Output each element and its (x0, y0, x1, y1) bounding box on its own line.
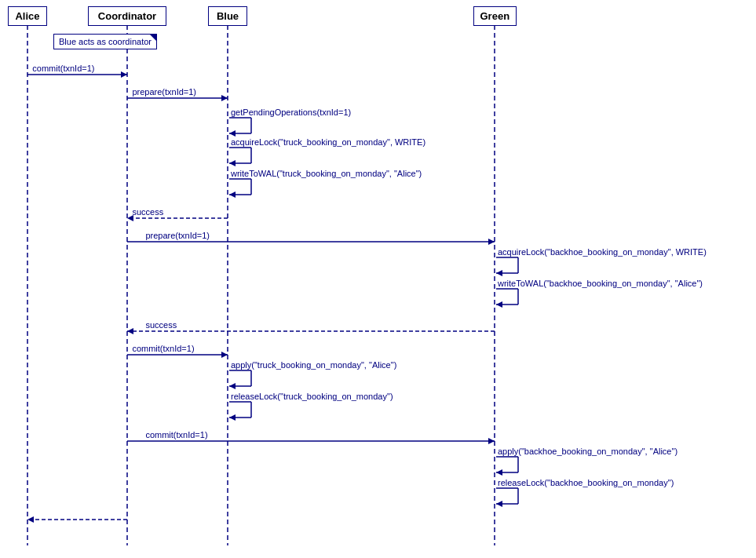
msg-label: writeToWAL("backhoe_booking_on_monday", … (498, 279, 703, 288)
svg-marker-45 (488, 438, 495, 444)
svg-marker-53 (496, 501, 502, 507)
msg-label: releaseLock("backhoe_booking_on_monday") (498, 478, 674, 487)
actor-box-green: Green (473, 6, 517, 26)
msg-label: success (132, 207, 163, 217)
msg-label: prepare(txnId=1) (145, 231, 210, 240)
msg-label: prepare(txnId=1) (132, 87, 196, 97)
svg-marker-55 (27, 516, 34, 523)
svg-marker-7 (221, 95, 228, 101)
msg-label: releaseLock("truck_booking_on_monday") (231, 392, 393, 401)
svg-marker-15 (229, 160, 236, 166)
svg-marker-43 (229, 414, 236, 421)
msg-label: commit(txnId=1) (132, 344, 194, 353)
msg-label: apply("backhoe_booking_on_monday", "Alic… (498, 447, 677, 456)
msg-label: apply("truck_booking_on_monday", "Alice"… (231, 360, 396, 370)
svg-marker-19 (229, 191, 236, 198)
note-blue-coordinator: Blue acts as coordinator (53, 34, 157, 49)
actor-box-blue: Blue (208, 6, 247, 26)
svg-marker-11 (229, 130, 236, 137)
msg-label: commit(txnId=1) (145, 430, 207, 439)
svg-marker-5 (121, 71, 127, 78)
sequence-diagram: AliceCoordinatorBlueGreenBlue acts as co… (0, 0, 756, 558)
svg-marker-49 (496, 469, 502, 476)
actor-box-coordinator: Coordinator (88, 6, 166, 26)
msg-label: writeToWAL("truck_booking_on_monday", "A… (231, 169, 422, 178)
svg-marker-35 (221, 352, 228, 358)
svg-marker-33 (127, 328, 133, 334)
actor-box-alice: Alice (8, 6, 47, 26)
svg-marker-27 (496, 270, 502, 276)
msg-label: commit(txnId=1) (32, 64, 94, 73)
svg-marker-39 (229, 383, 236, 389)
msg-label: success (145, 320, 177, 330)
svg-marker-31 (496, 301, 502, 308)
msg-label: acquireLock("truck_booking_on_monday", W… (231, 137, 425, 147)
msg-label: getPendingOperations(txnId=1) (231, 108, 351, 117)
svg-marker-23 (488, 239, 495, 245)
msg-label: acquireLock("backhoe_booking_on_monday",… (498, 247, 707, 257)
